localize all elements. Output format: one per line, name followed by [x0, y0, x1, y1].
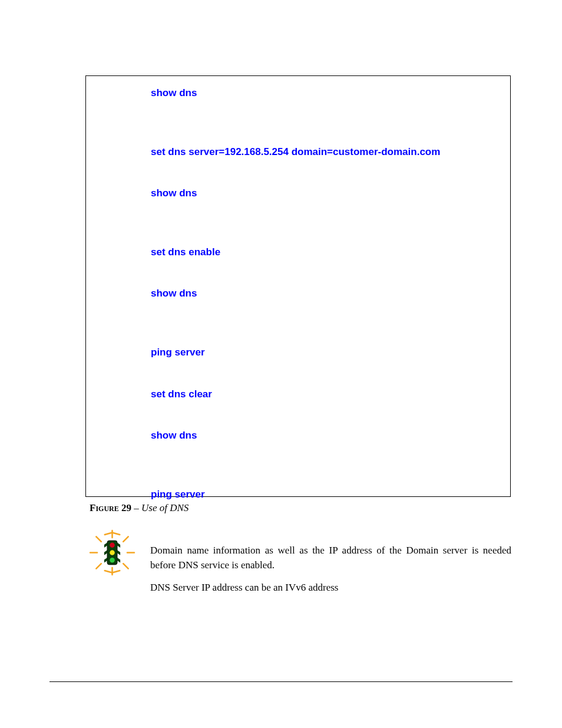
svg-line-9	[113, 533, 120, 535]
command-line: set dns server=192.168.5.254 domain=cust…	[151, 146, 498, 159]
command-line: show dns	[151, 429, 498, 442]
svg-point-15	[110, 558, 115, 563]
command-line: set dns clear	[151, 388, 498, 401]
svg-line-6	[123, 536, 128, 542]
command-line: set dns enable	[151, 246, 498, 259]
note-paragraph: Domain name information as well as the I…	[150, 543, 511, 572]
figure-label: Figure 29	[90, 502, 131, 513]
svg-point-13	[110, 543, 115, 548]
command-line: ping server	[151, 488, 498, 501]
traffic-light-icon	[87, 528, 137, 578]
svg-line-8	[105, 533, 113, 535]
svg-line-10	[105, 571, 113, 572]
figure-sep: –	[131, 502, 141, 513]
note-paragraphs: Domain name information as well as the I…	[150, 543, 511, 604]
note-paragraph: DNS Server IP address can be an IVv6 add…	[150, 581, 511, 595]
command-line: show dns	[151, 187, 498, 200]
svg-line-7	[96, 564, 101, 569]
footer-rule	[49, 681, 513, 682]
command-line: ping server	[151, 346, 498, 359]
command-line: show dns	[151, 87, 498, 100]
command-line: show dns	[151, 287, 498, 300]
svg-line-4	[96, 536, 101, 542]
figure-title: Use of DNS	[141, 502, 189, 513]
svg-line-11	[113, 571, 120, 572]
svg-line-5	[123, 564, 128, 569]
figure-code-box: show dns set dns server=192.168.5.254 do…	[85, 75, 511, 497]
svg-point-14	[110, 550, 115, 555]
figure-caption: Figure 29 – Use of DNS	[90, 502, 189, 514]
